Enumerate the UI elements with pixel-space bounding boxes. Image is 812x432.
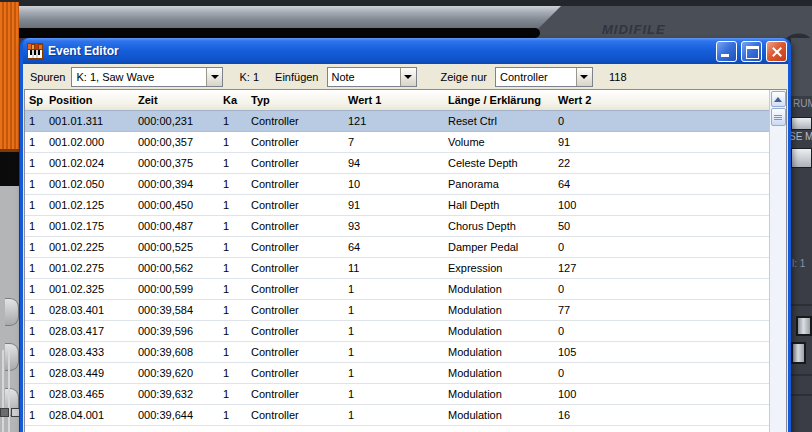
- piano-keyboard-icon[interactable]: [27, 43, 43, 59]
- table-cell: 127: [554, 258, 769, 278]
- table-row[interactable]: 1028.03.465000:39,6321Controller1Modulat…: [25, 384, 769, 405]
- zeige-nur-combobox[interactable]: Controller: [495, 67, 593, 87]
- table-row[interactable]: 1028.03.433000:39,6081Controller1Modulat…: [25, 342, 769, 363]
- table-cell: 105: [554, 342, 769, 362]
- table-cell: 1: [25, 405, 45, 425]
- table-cell: 1: [25, 300, 45, 320]
- table-row[interactable]: 1001.02.325000:00,5991Controller1Modulat…: [25, 279, 769, 300]
- table-cell: 1: [219, 405, 247, 425]
- left-track-line: [8, 350, 10, 432]
- maximize-button[interactable]: [741, 41, 762, 62]
- column-header[interactable]: Typ: [247, 90, 344, 110]
- table-cell: 028.03.465: [45, 384, 134, 404]
- column-header[interactable]: Ka: [219, 90, 247, 110]
- zeige-nur-combobox-value: Controller: [496, 71, 576, 83]
- table-cell: 0: [554, 111, 769, 131]
- right-button-fragment: [791, 148, 812, 168]
- chevron-down-icon[interactable]: [576, 68, 592, 86]
- table-cell: 1: [25, 132, 45, 152]
- column-header[interactable]: Länge / Erklärung: [444, 90, 554, 110]
- titlebar[interactable]: Event Editor: [23, 38, 788, 64]
- table-cell: 64: [344, 237, 444, 257]
- table-row[interactable]: 1001.02.000000:00,3571Controller7Volume9…: [25, 132, 769, 153]
- table-cell: 1: [219, 237, 247, 257]
- table-cell: 1: [344, 321, 444, 341]
- table-cell: 028.04.017: [45, 426, 134, 432]
- table-cell: Controller: [247, 279, 344, 299]
- table-cell: 001.02.050: [45, 174, 134, 194]
- scrollbar-thumb[interactable]: [771, 108, 786, 126]
- table-row[interactable]: 1001.02.225000:00,5251Controller64Damper…: [25, 237, 769, 258]
- table-row[interactable]: 1001.01.311000:00,2311Controller121Reset…: [25, 111, 769, 132]
- table-row[interactable]: 1028.03.401000:39,5841Controller1Modulat…: [25, 300, 769, 321]
- background-black-strip: [0, 28, 540, 38]
- table-cell: 001.02.024: [45, 153, 134, 173]
- table-cell: 028.03.449: [45, 363, 134, 383]
- chevron-down-icon[interactable]: [206, 68, 222, 86]
- right-text-fragment: l: 1: [792, 258, 805, 269]
- table-row[interactable]: 1001.02.175000:00,4871Controller93Chorus…: [25, 216, 769, 237]
- table-cell: 1: [25, 111, 45, 131]
- table-cell: 000:39,584: [134, 300, 219, 320]
- einfuegen-combobox[interactable]: Note: [327, 67, 417, 87]
- column-header[interactable]: Sp: [25, 90, 45, 110]
- table-cell: 1: [344, 300, 444, 320]
- table-cell: 0: [554, 279, 769, 299]
- table-cell: Modulation: [444, 426, 554, 432]
- table-row[interactable]: 1001.02.125000:00,4501Controller91Hall D…: [25, 195, 769, 216]
- table-header: SpPositionZeitKaTypWert 1Länge / Erkläru…: [25, 90, 769, 111]
- table-cell: 1: [25, 258, 45, 278]
- dialog-client-area: Spuren K: 1, Saw Wave K: 1 Einfügen Note…: [23, 64, 788, 432]
- table-row[interactable]: 1028.03.417000:39,5961Controller1Modulat…: [25, 321, 769, 342]
- table-cell: Chorus Depth: [444, 216, 554, 236]
- table-cell: Modulation: [444, 300, 554, 320]
- table-body: 1001.01.311000:00,2311Controller121Reset…: [25, 111, 769, 432]
- background-top-strip: [0, 0, 812, 6]
- table-cell: 001.02.000: [45, 132, 134, 152]
- scroll-up-button[interactable]: [771, 91, 786, 107]
- vertical-scrollbar[interactable]: [769, 90, 786, 432]
- table-row[interactable]: 1001.02.275000:00,5621Controller11Expres…: [25, 258, 769, 279]
- table-cell: 16: [554, 405, 769, 425]
- table-cell: 1: [344, 363, 444, 383]
- table-row[interactable]: 1001.02.050000:00,3941Controller10Panora…: [25, 174, 769, 195]
- table-cell: 000:00,487: [134, 216, 219, 236]
- table-cell: 000:00,525: [134, 237, 219, 257]
- table-cell: Modulation: [444, 342, 554, 362]
- column-header[interactable]: Position: [45, 90, 134, 110]
- table-cell: 94: [344, 153, 444, 173]
- close-button[interactable]: [766, 41, 787, 62]
- table-cell: 1: [219, 258, 247, 278]
- table-cell: 000:39,596: [134, 321, 219, 341]
- table-row[interactable]: 1001.02.024000:00,3751Controller94Celest…: [25, 153, 769, 174]
- table-cell: 1: [219, 216, 247, 236]
- table-row[interactable]: 1028.04.001000:39,6441Controller1Modulat…: [25, 405, 769, 426]
- table-cell: 028.03.417: [45, 321, 134, 341]
- left-small-button: [0, 408, 9, 417]
- table-cell: 001.02.125: [45, 195, 134, 215]
- table-cell: Expression: [444, 258, 554, 278]
- column-header[interactable]: Wert 1: [344, 90, 444, 110]
- minimize-button[interactable]: [716, 41, 737, 62]
- column-header[interactable]: Zeit: [134, 90, 219, 110]
- table-cell: 107: [554, 426, 769, 432]
- einfuegen-label: Einfügen: [275, 71, 318, 83]
- table-row[interactable]: 1028.04.017000:39,6561Controller1Modulat…: [25, 426, 769, 432]
- table-cell: 001.02.275: [45, 258, 134, 278]
- spuren-combobox-value: K: 1, Saw Wave: [72, 71, 206, 83]
- background-left-black: [0, 152, 19, 186]
- table-cell: Controller: [247, 153, 344, 173]
- table-cell: 001.02.325: [45, 279, 134, 299]
- right-groove: [791, 374, 812, 376]
- table-row[interactable]: 1028.03.449000:39,6201Controller1Modulat…: [25, 363, 769, 384]
- background-orange-block: [0, 2, 19, 152]
- table-cell: 1: [219, 426, 247, 432]
- chevron-down-icon[interactable]: [400, 68, 416, 86]
- right-text-fragment: RUM: [793, 98, 812, 109]
- spuren-combobox[interactable]: K: 1, Saw Wave: [71, 67, 223, 87]
- table-cell: 1: [25, 195, 45, 215]
- table-cell: Modulation: [444, 405, 554, 425]
- background-metal-bar: [0, 5, 575, 29]
- table-cell: 1: [344, 426, 444, 432]
- column-header[interactable]: Wert 2: [554, 90, 769, 110]
